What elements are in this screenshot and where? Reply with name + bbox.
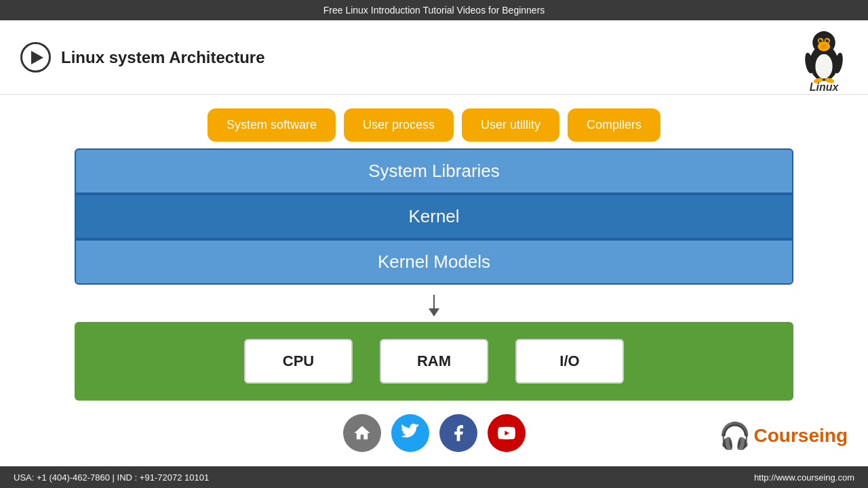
courseing-brand: Courseing	[754, 425, 848, 447]
arrow-container	[75, 295, 793, 317]
headset-icon: 🎧	[719, 421, 751, 451]
svg-point-7	[825, 39, 829, 43]
linux-logo: Linux	[800, 27, 848, 94]
svg-point-6	[819, 39, 823, 43]
header: Linux system Architecture	[0, 20, 868, 95]
bottom-bar: USA: +1 (404)-462-7860 | IND : +91-72072…	[0, 466, 868, 488]
facebook-social-icon[interactable]	[439, 414, 477, 452]
home-social-icon[interactable]	[343, 414, 381, 452]
twitter-social-icon[interactable]	[391, 414, 429, 452]
youtube-icon	[497, 424, 516, 443]
svg-point-10	[821, 44, 827, 49]
top-box-user-process[interactable]: User process	[344, 108, 454, 142]
top-box-system-software[interactable]: System software	[208, 108, 336, 142]
top-box-user-utility[interactable]: User utillity	[462, 108, 559, 142]
social-row	[75, 414, 793, 452]
slide-title: Linux system Architecture	[61, 48, 265, 67]
layer-kernel: Kernel	[75, 194, 793, 239]
top-box-compilers[interactable]: Compilers	[568, 108, 660, 142]
down-arrow-icon	[429, 295, 439, 317]
banner-text: Free Linux Introduction Tutorial Videos …	[323, 5, 545, 16]
top-banner: Free Linux Introduction Tutorial Videos …	[0, 0, 868, 20]
courseing-brand-main: Course	[754, 425, 819, 446]
facebook-icon	[449, 424, 468, 443]
hardware-box: CPU RAM I/O	[75, 322, 793, 401]
courseing-brand-accent: ing	[819, 425, 848, 446]
layer-kernel-models: Kernel Models	[75, 239, 793, 285]
footer-left: USA: +1 (404)-462-7860 | IND : +91-72072…	[14, 472, 209, 483]
arch-layers: System Libraries Kernel Kernel Models	[75, 148, 793, 285]
layer-system-libraries: System Libraries	[75, 148, 793, 194]
footer-right: http://www.courseing.com	[754, 472, 854, 483]
linux-penguin-icon	[800, 27, 848, 85]
youtube-social-icon[interactable]	[488, 414, 526, 452]
courseing-logo: 🎧 Courseing	[719, 421, 848, 451]
main-content: System software User process User utilli…	[0, 95, 868, 466]
svg-point-1	[815, 54, 832, 79]
ram-item: RAM	[380, 339, 488, 384]
svg-point-9	[827, 39, 828, 40]
linux-label: Linux	[810, 81, 839, 94]
twitter-icon	[401, 424, 420, 443]
cpu-item: CPU	[244, 339, 353, 384]
io-item: I/O	[515, 339, 624, 384]
svg-point-8	[821, 39, 821, 40]
play-button[interactable]	[20, 42, 51, 73]
home-icon	[353, 424, 372, 443]
play-icon	[31, 51, 43, 64]
top-boxes: System software User process User utilli…	[75, 108, 793, 142]
